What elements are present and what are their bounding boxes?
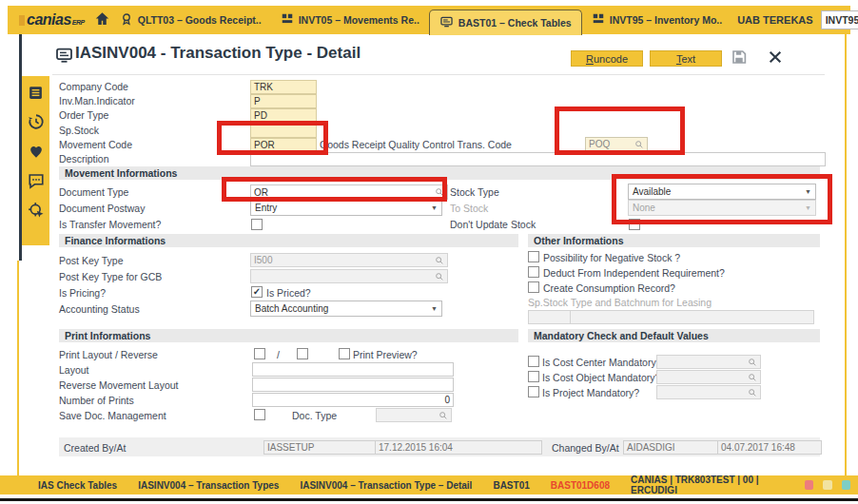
print-section-header: Print Informations — [59, 329, 518, 342]
tab-qltt03[interactable]: QLTT03 – Goods Receipt.. — [110, 6, 271, 34]
annotation-box-movement-code — [217, 121, 328, 155]
negative-stock-checkbox[interactable] — [528, 251, 539, 262]
mandatory-section-header: Mandatory Check and Default Values — [528, 329, 820, 342]
home-button[interactable] — [94, 6, 110, 34]
canias-logo: caniasERP — [8, 11, 94, 29]
locate-target-icon[interactable] — [28, 202, 45, 219]
cost-center-mandatory-checkbox[interactable] — [528, 356, 539, 367]
tab-invt95[interactable]: INVT95 – Inventory Mo.. — [582, 6, 731, 34]
description-field[interactable] — [250, 152, 826, 166]
status-flag-icon-red[interactable] — [805, 480, 813, 490]
number-of-prints-label: Number of Prints — [59, 395, 134, 406]
tab-label: INVT95 – Inventory Mo.. — [610, 14, 722, 26]
changed-at-field: 04.07.2017 16:48 — [717, 440, 822, 455]
is-transfer-checkbox[interactable] — [251, 219, 263, 230]
status-flag-icon-yellow[interactable] — [823, 480, 831, 490]
global-search — [821, 10, 858, 29]
layout-field[interactable] — [252, 362, 454, 377]
other-section-header: Other Informations — [528, 234, 820, 247]
reverse-layout-field[interactable] — [252, 378, 454, 392]
document-postway-select[interactable]: Entry — [250, 200, 442, 216]
accounting-status-label: Accounting Status — [59, 303, 140, 315]
to-stock-label: To Stock — [450, 203, 488, 214]
lookup-icon — [435, 256, 444, 265]
created-at-field: 17.12.2015 16:04 — [375, 440, 542, 455]
runcode-button[interactable]: Runcode — [571, 50, 643, 67]
leasing-label: Sp.Stock Type and Batchnum for Leasing — [528, 297, 712, 308]
audit-strip: Created By/At IASSETUP 17.12.2015 16:04 … — [59, 437, 820, 456]
save-doc-label: Save Doc. Management — [59, 410, 166, 421]
cost-object-default-field — [656, 370, 761, 384]
tab-label: QLTT03 – Goods Receipt.. — [138, 14, 262, 26]
post-key-type-gcb-field — [250, 269, 448, 283]
cost-object-mandatory-checkbox[interactable] — [528, 371, 539, 382]
app-top-bar: caniasERP QLTT03 – Goods Receipt.. INVT0… — [8, 6, 850, 34]
annotation-box-grqc-code — [555, 107, 685, 155]
logo-accent — [19, 15, 25, 26]
status-item-check-tables: IAS Check Tables — [38, 480, 117, 491]
print-reverse-checkbox[interactable] — [297, 348, 308, 359]
is-transfer-label: Is Transfer Movement? — [59, 219, 161, 230]
number-of-prints-field[interactable]: 0 — [252, 393, 454, 407]
print-preview-checkbox[interactable] — [339, 348, 350, 359]
company-code-field[interactable]: TRK — [250, 80, 317, 94]
tab-invt05[interactable]: INVT05 – Movements Re.. — [271, 6, 429, 34]
accounting-status-select[interactable]: Batch Accounting — [250, 300, 442, 317]
consumption-record-checkbox[interactable] — [528, 281, 539, 293]
is-priced-label: Is Priced? — [266, 287, 311, 299]
cost-center-default-field — [656, 355, 761, 369]
created-by-field: IASSETUP — [263, 440, 376, 455]
badge-icon — [120, 12, 133, 28]
doc-type-label: Doc. Type — [292, 410, 337, 421]
lookup-icon — [748, 358, 757, 367]
project-mandatory-checkbox[interactable] — [528, 386, 539, 397]
inv-man-indicator-label: Inv.Man.Indicator — [59, 95, 135, 107]
tab-bast01-active[interactable]: BAST01 – Check Tables — [429, 10, 582, 35]
deduct-independent-checkbox[interactable] — [528, 266, 539, 278]
grid-icon — [281, 12, 294, 28]
project-default-field — [656, 385, 761, 399]
status-item-transaction-types: IASINV004 – Transaction Types — [138, 480, 279, 491]
post-key-type-label: Post Key Type — [59, 255, 124, 266]
finance-section-header: Finance Informations — [59, 234, 518, 247]
document-postway-label: Document Postway — [59, 203, 145, 214]
dont-update-stock-label: Don't Update Stock — [450, 219, 536, 230]
leasing-spstock-field — [528, 310, 572, 324]
lookup-icon — [439, 411, 448, 420]
consumption-record-label: Create Consumption Record? — [543, 282, 675, 294]
movement-code-label: Movement Code — [59, 139, 132, 150]
check-mark: ✓ — [253, 286, 261, 297]
right-yellow-border — [845, 34, 847, 477]
history-icon[interactable] — [28, 113, 45, 130]
is-priced-checkbox[interactable]: ✓ — [251, 286, 263, 298]
text-button[interactable]: Text — [650, 50, 722, 67]
is-pricing-label: Is Pricing? — [59, 287, 106, 299]
title-divider — [52, 74, 825, 75]
status-item-transaction-type-detail: IASINV004 – Transaction Type – Detail — [300, 480, 472, 491]
stock-type-label: Stock Type — [450, 186, 499, 198]
print-layout-checkbox[interactable] — [254, 348, 265, 359]
company-code-label: Company Code — [59, 81, 128, 92]
print-layout-reverse-label: Print Layout / Reverse — [59, 349, 158, 360]
comments-icon[interactable] — [28, 172, 45, 189]
cost-center-mandatory-label: Is Cost Center Mandatory? — [542, 357, 661, 368]
bottom-black-line — [0, 498, 858, 501]
status-flag-icon-teal[interactable] — [842, 480, 850, 490]
form-list-icon[interactable] — [28, 84, 45, 101]
search-input[interactable] — [821, 10, 858, 29]
favorites-heart-icon[interactable] — [28, 143, 45, 160]
status-bar: IAS Check Tables IASINV004 – Transaction… — [0, 475, 858, 494]
home-icon — [94, 10, 110, 30]
sp-stock-label: Sp.Stock — [59, 125, 99, 136]
form-close-icon[interactable] — [768, 49, 783, 68]
inv-man-indicator-field[interactable]: P — [250, 94, 317, 108]
save-doc-checkbox[interactable] — [254, 409, 265, 420]
left-icon-rail — [22, 76, 49, 245]
tab-label: BAST01 – Check Tables — [458, 17, 572, 29]
save-icon[interactable] — [731, 48, 748, 69]
doc-type-field — [376, 408, 452, 422]
changed-by-label: Changed By/At — [552, 442, 619, 454]
annotation-box-stock-dropdowns — [612, 174, 832, 224]
reverse-layout-label: Reverse Movement Layout — [59, 379, 178, 391]
logo-sup: ERP — [72, 19, 85, 26]
